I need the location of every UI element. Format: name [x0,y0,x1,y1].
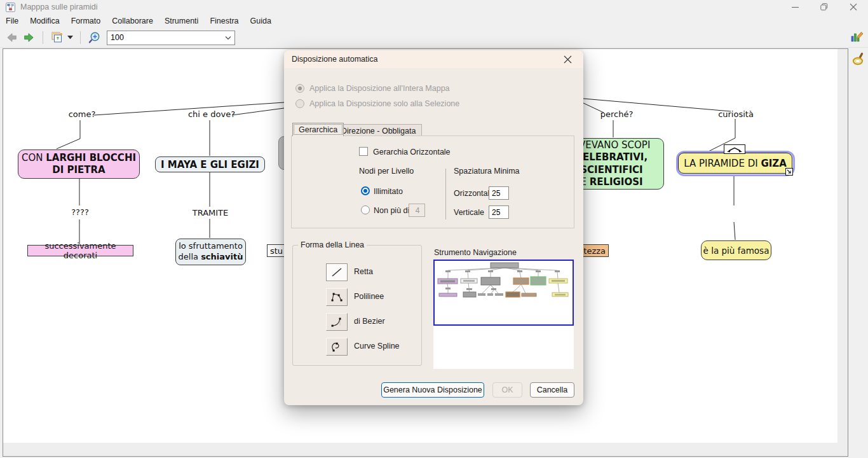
radio-non-piu-di[interactable] [361,205,370,214]
line-shape-bezier-label: di Bezier [354,317,385,326]
horizontal-spacing-value[interactable] [489,187,508,199]
max-nodes-value[interactable] [409,204,424,216]
line-shape-straight-label: Retta [354,267,373,276]
node-text: lo sfruttamentodella schiavitù [179,241,243,263]
menu-guida[interactable]: Guida [245,15,277,27]
linking-label-unknown[interactable]: ???? [67,207,93,217]
restore-icon[interactable] [810,0,839,14]
menu-collaborare[interactable]: Collaborare [106,15,159,27]
zoom-magnifier-icon[interactable] [86,30,103,45]
linking-label-tramite[interactable]: TRAMITE [191,208,230,218]
minimize-icon[interactable] [780,0,810,14]
generate-layout-button[interactable]: Genera Nuova Disposizione [381,382,484,398]
line-shape-group-title: Forma della Linea [298,240,367,249]
radio-apply-selection[interactable] [295,99,304,108]
line-shape-spline-label: Curve Spline [354,342,400,350]
checkbox-gerarchia-orizzontale[interactable] [359,147,368,156]
node-blocchi-di-pietra[interactable]: CON LARGHI BLOCCHIDI PIETRA [18,149,140,179]
window-controls [780,0,868,14]
tab-gerarchica[interactable]: Gerarchica [292,123,344,136]
toolbar-separator [43,31,43,44]
panel-divider [445,169,446,219]
style-chart-pencil-icon[interactable] [850,31,864,43]
forward-arrow-icon[interactable] [20,30,37,45]
cancel-button[interactable]: Cancella [530,382,574,398]
toolbar [0,28,868,48]
expand-arrows-icon[interactable] [724,144,745,154]
linking-label-curiosita[interactable]: curiosità [716,109,756,119]
node-maya-egizi[interactable]: I MAYA E GLI EGIZI [155,156,265,172]
radio-non-piu-di-label: Non più di [374,206,409,215]
horizontal-spacing-label: Orizzontale [454,189,494,198]
application-window: Mapppa sulle piramidi File Modifica Form… [0,0,868,458]
horizontal-spacing-input[interactable] [489,186,509,200]
node-giza-selection-border[interactable]: LA PIRAMIDE DI GIZA [676,151,795,176]
views-dropdown-chevron-icon[interactable] [65,30,74,45]
vertical-spacing-label: Verticale [454,208,484,217]
menu-finestra[interactable]: Finestra [204,15,244,27]
vertical-spacing-input[interactable] [489,205,509,219]
chevron-down-icon[interactable] [225,36,231,40]
line-shape-spline-button[interactable] [326,338,348,356]
ok-button[interactable]: OK [492,382,522,398]
node-e-la-piu-famosa[interactable]: è la più famosa [701,240,771,260]
line-shape-polyline-label: Polilinee [354,292,384,301]
navigation-preview-map [435,261,573,324]
navigation-preview-box[interactable] [433,260,574,326]
node-text: CON LARGHI BLOCCHIDI PIETRA [22,152,136,176]
tab-direzione-obbligata[interactable]: Direzione - Obbligata [335,124,422,136]
auto-layout-dialog: Disposizione automatica Applica la Dispo… [284,50,583,405]
app-icon [6,3,15,12]
line-shape-polyline-button[interactable] [326,288,348,306]
dialog-titlebar[interactable]: Disposizione automatica [284,50,583,68]
window-titlebar: Mapppa sulle piramidi [0,0,868,14]
close-icon[interactable] [839,0,868,14]
linking-label-chi-e-dove[interactable]: chi e dove? [186,109,237,119]
line-shape-bezier-button[interactable] [326,313,348,331]
toolbar-separator [80,31,81,44]
line-shape-straight-button[interactable] [326,263,348,281]
zoom-level-combobox[interactable] [107,31,235,45]
navigation-preview-area [433,260,574,369]
window-title: Mapppa sulle piramidi [20,3,98,11]
back-arrow-icon[interactable] [4,30,20,45]
node-text: AVEVANO SCOPICELEBRATIVI,SCIENTIFICIE RE… [573,139,651,188]
linking-label-come[interactable]: come? [65,109,98,119]
nodes-per-level-title: Nodi per Livello [359,167,414,176]
gold-magnifier-icon[interactable] [851,52,865,66]
checkbox-gerarchia-orizzontale-label: Gerarchia Orizzontale [373,148,451,156]
dialog-close-icon[interactable] [558,52,577,67]
node-successivamente-decorati[interactable]: successivamente decorati [27,245,133,256]
menu-bar: File Modifica Formato Collaborare Strume… [0,14,868,28]
linking-label-perche[interactable]: perché? [599,109,634,119]
navigation-tool-title: Strumento Navigazione [434,248,517,257]
menu-strumenti[interactable]: Strumenti [159,15,205,27]
node-text: LA PIRAMIDE DI GIZA [684,158,787,169]
radio-illimitato[interactable] [361,186,370,195]
vertical-spacing-value[interactable] [489,206,508,218]
min-spacing-title: Spaziatura Minima [454,167,520,176]
node-sfruttamento-schiavitu[interactable]: lo sfruttamentodella schiavitù [175,239,246,265]
node-piramide-di-giza[interactable]: LA PIRAMIDE DI GIZA [678,153,792,174]
views-panel-icon[interactable] [49,30,65,45]
radio-illimitato-label: Illimitato [374,187,403,196]
menu-formato[interactable]: Formato [65,15,107,27]
zoom-level-input[interactable] [107,32,221,43]
resize-handle-icon[interactable] [785,168,793,176]
max-nodes-input[interactable] [409,204,425,217]
radio-apply-whole-map[interactable] [295,84,304,93]
dialog-title: Disposizione automatica [292,55,378,64]
radio-apply-whole-map-label: Applica la Disposizione all'Intera Mappa [309,84,450,93]
menu-modifica[interactable]: Modifica [24,15,65,27]
menu-file[interactable]: File [0,15,24,27]
radio-apply-selection-label: Applica la Disposizione solo alla Selezi… [309,99,459,108]
